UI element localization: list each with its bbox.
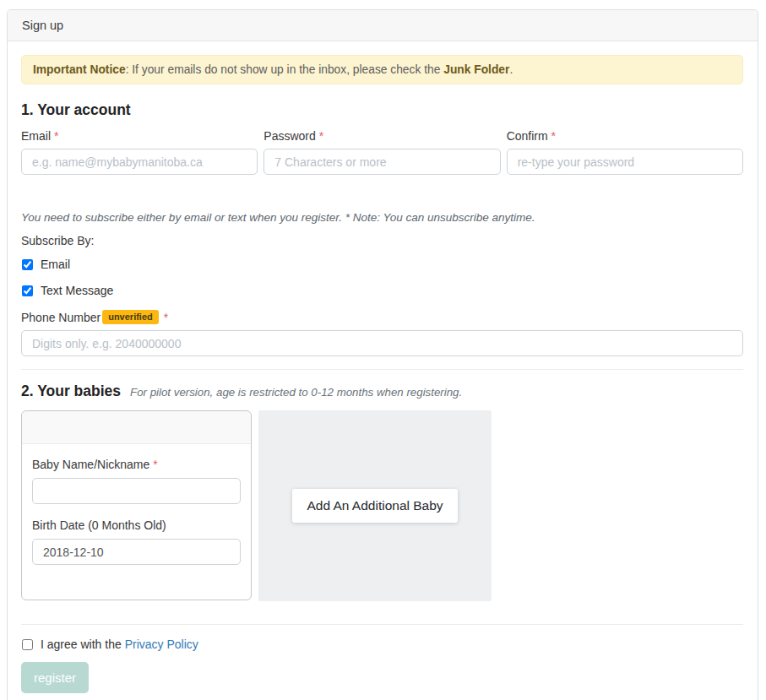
- account-fields-row: Email * Password * Confirm *: [21, 129, 743, 175]
- agree-text-lead: I agree with the: [41, 638, 125, 651]
- password-input[interactable]: [263, 149, 500, 175]
- phone-label-row: Phone Number unverified *: [21, 310, 743, 324]
- add-baby-panel: Add An Additional Baby: [258, 410, 492, 601]
- confirm-label-text: Confirm: [507, 129, 548, 143]
- notice-bold-lead: Important Notice: [33, 63, 126, 76]
- phone-label: Phone Number: [21, 311, 101, 324]
- agree-row: I agree with the Privacy Policy: [21, 638, 743, 651]
- password-label: Password *: [263, 129, 500, 143]
- footer-divider: [21, 624, 743, 625]
- notice-period: .: [509, 63, 513, 76]
- baby-name-label-text: Baby Name/Nickname: [32, 458, 149, 471]
- subscribe-text-checkbox[interactable]: [22, 285, 33, 296]
- baby-card-body: Baby Name/Nickname * Birth Date (0 Month…: [22, 444, 251, 578]
- subscribe-by-label: Subscribe By:: [21, 234, 743, 247]
- baby-card-header: [22, 411, 251, 444]
- unverified-badge: unverified: [102, 310, 159, 324]
- phone-input[interactable]: [21, 330, 743, 356]
- notice-bold-end: Junk Folder: [443, 63, 509, 76]
- birth-date-label: Birth Date (0 Months Old): [32, 518, 241, 532]
- section-divider: [21, 369, 743, 370]
- signup-card: Sign up Important Notice: If your emails…: [7, 9, 758, 700]
- confirm-input[interactable]: [507, 149, 743, 175]
- subscribe-text-label: Text Message: [41, 284, 113, 297]
- add-additional-baby-button[interactable]: Add An Additional Baby: [292, 489, 457, 523]
- privacy-policy-link[interactable]: Privacy Policy: [125, 638, 198, 651]
- notice-middle-text: : If your emails do not show up in the i…: [126, 63, 444, 76]
- subscribe-email-row: Email: [21, 258, 743, 271]
- birth-date-input[interactable]: [32, 539, 241, 565]
- important-notice-alert: Important Notice: If your emails do not …: [21, 55, 743, 84]
- baby-name-required-asterisk: *: [153, 458, 157, 471]
- register-button[interactable]: register: [21, 662, 89, 693]
- babies-section-heading: 2. Your babies: [21, 383, 121, 400]
- subscribe-email-label: Email: [41, 258, 70, 271]
- email-required-asterisk: *: [54, 129, 58, 143]
- confirm-label: Confirm *: [507, 129, 743, 143]
- babies-row: Baby Name/Nickname * Birth Date (0 Month…: [21, 410, 743, 601]
- phone-required-asterisk: *: [164, 311, 168, 324]
- agree-checkbox[interactable]: [22, 639, 33, 650]
- password-field-group: Password *: [263, 129, 500, 175]
- baby-name-label: Baby Name/Nickname *: [32, 458, 241, 471]
- baby-card: Baby Name/Nickname * Birth Date (0 Month…: [21, 410, 252, 600]
- page-title: Sign up: [22, 19, 63, 32]
- agree-text: I agree with the Privacy Policy: [41, 638, 198, 651]
- password-label-text: Password: [263, 129, 315, 143]
- email-field-group: Email *: [21, 129, 258, 175]
- babies-heading-row: 2. Your babies For pilot version, age is…: [21, 383, 743, 400]
- card-header: Sign up: [8, 10, 758, 41]
- password-required-asterisk: *: [319, 129, 323, 143]
- email-input[interactable]: [21, 149, 258, 175]
- account-section-heading: 1. Your account: [21, 101, 743, 119]
- subscribe-note: You need to subscribe either by email or…: [21, 211, 743, 224]
- subscribe-text-row: Text Message: [21, 284, 743, 297]
- subscribe-email-checkbox[interactable]: [22, 259, 33, 270]
- card-body: Important Notice: If your emails do not …: [8, 41, 758, 700]
- babies-section-note: For pilot version, age is restricted to …: [130, 386, 462, 399]
- confirm-required-asterisk: *: [551, 129, 556, 143]
- baby-name-input[interactable]: [32, 478, 241, 504]
- email-label-text: Email: [21, 129, 51, 143]
- confirm-field-group: Confirm *: [507, 129, 743, 175]
- email-label: Email *: [21, 129, 258, 143]
